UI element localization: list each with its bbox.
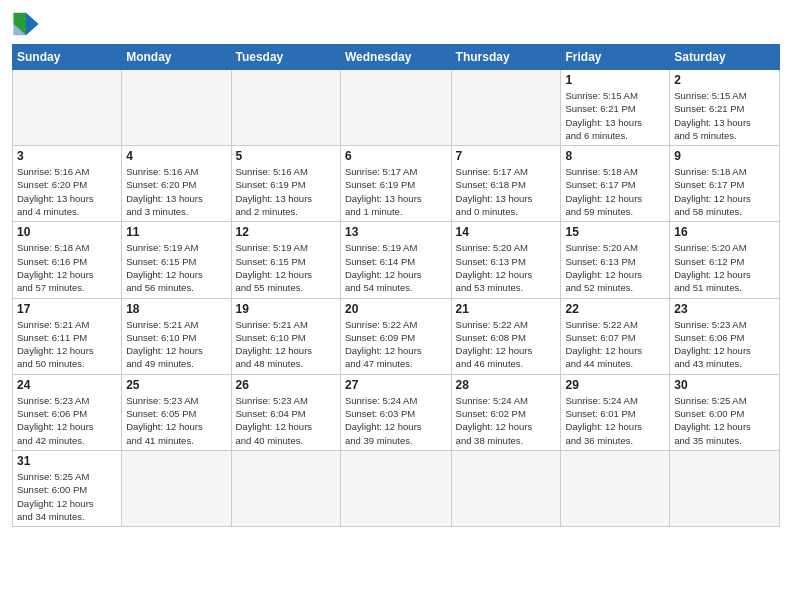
calendar-cell: 27Sunrise: 5:24 AM Sunset: 6:03 PM Dayli… [340,374,451,450]
calendar-cell: 1Sunrise: 5:15 AM Sunset: 6:21 PM Daylig… [561,70,670,146]
weekday-header-friday: Friday [561,45,670,70]
calendar-cell: 5Sunrise: 5:16 AM Sunset: 6:19 PM Daylig… [231,146,340,222]
calendar-cell: 14Sunrise: 5:20 AM Sunset: 6:13 PM Dayli… [451,222,561,298]
day-number: 5 [236,149,336,163]
day-number: 25 [126,378,226,392]
calendar-cell [340,70,451,146]
day-info: Sunrise: 5:24 AM Sunset: 6:01 PM Dayligh… [565,394,665,447]
calendar-week-2: 3Sunrise: 5:16 AM Sunset: 6:20 PM Daylig… [13,146,780,222]
calendar-cell: 18Sunrise: 5:21 AM Sunset: 6:10 PM Dayli… [122,298,231,374]
day-info: Sunrise: 5:18 AM Sunset: 6:17 PM Dayligh… [674,165,775,218]
day-info: Sunrise: 5:23 AM Sunset: 6:06 PM Dayligh… [674,318,775,371]
weekday-header-wednesday: Wednesday [340,45,451,70]
day-number: 16 [674,225,775,239]
calendar-cell [122,450,231,526]
day-number: 9 [674,149,775,163]
calendar-cell [670,450,780,526]
day-number: 22 [565,302,665,316]
calendar-cell: 11Sunrise: 5:19 AM Sunset: 6:15 PM Dayli… [122,222,231,298]
day-info: Sunrise: 5:19 AM Sunset: 6:15 PM Dayligh… [126,241,226,294]
weekday-header-thursday: Thursday [451,45,561,70]
day-info: Sunrise: 5:23 AM Sunset: 6:05 PM Dayligh… [126,394,226,447]
day-number: 10 [17,225,117,239]
day-number: 13 [345,225,447,239]
day-number: 12 [236,225,336,239]
day-number: 7 [456,149,557,163]
day-number: 2 [674,73,775,87]
day-number: 11 [126,225,226,239]
day-number: 8 [565,149,665,163]
logo [12,10,44,38]
day-number: 19 [236,302,336,316]
calendar-cell: 28Sunrise: 5:24 AM Sunset: 6:02 PM Dayli… [451,374,561,450]
calendar-cell: 22Sunrise: 5:22 AM Sunset: 6:07 PM Dayli… [561,298,670,374]
day-info: Sunrise: 5:17 AM Sunset: 6:18 PM Dayligh… [456,165,557,218]
day-info: Sunrise: 5:24 AM Sunset: 6:02 PM Dayligh… [456,394,557,447]
day-info: Sunrise: 5:20 AM Sunset: 6:13 PM Dayligh… [456,241,557,294]
calendar-cell [231,70,340,146]
calendar-cell: 21Sunrise: 5:22 AM Sunset: 6:08 PM Dayli… [451,298,561,374]
day-number: 26 [236,378,336,392]
calendar-cell: 19Sunrise: 5:21 AM Sunset: 6:10 PM Dayli… [231,298,340,374]
calendar-cell: 29Sunrise: 5:24 AM Sunset: 6:01 PM Dayli… [561,374,670,450]
calendar-cell: 17Sunrise: 5:21 AM Sunset: 6:11 PM Dayli… [13,298,122,374]
day-number: 24 [17,378,117,392]
day-info: Sunrise: 5:25 AM Sunset: 6:00 PM Dayligh… [674,394,775,447]
calendar-cell: 26Sunrise: 5:23 AM Sunset: 6:04 PM Dayli… [231,374,340,450]
day-number: 6 [345,149,447,163]
day-info: Sunrise: 5:21 AM Sunset: 6:11 PM Dayligh… [17,318,117,371]
calendar-cell: 4Sunrise: 5:16 AM Sunset: 6:20 PM Daylig… [122,146,231,222]
calendar-week-6: 31Sunrise: 5:25 AM Sunset: 6:00 PM Dayli… [13,450,780,526]
calendar-cell [122,70,231,146]
day-number: 4 [126,149,226,163]
day-info: Sunrise: 5:15 AM Sunset: 6:21 PM Dayligh… [565,89,665,142]
weekday-header-monday: Monday [122,45,231,70]
day-number: 20 [345,302,447,316]
calendar-week-1: 1Sunrise: 5:15 AM Sunset: 6:21 PM Daylig… [13,70,780,146]
day-number: 14 [456,225,557,239]
day-info: Sunrise: 5:16 AM Sunset: 6:20 PM Dayligh… [17,165,117,218]
calendar-cell [340,450,451,526]
day-number: 27 [345,378,447,392]
calendar-cell: 3Sunrise: 5:16 AM Sunset: 6:20 PM Daylig… [13,146,122,222]
day-number: 3 [17,149,117,163]
day-info: Sunrise: 5:23 AM Sunset: 6:04 PM Dayligh… [236,394,336,447]
calendar-cell: 2Sunrise: 5:15 AM Sunset: 6:21 PM Daylig… [670,70,780,146]
calendar-cell: 7Sunrise: 5:17 AM Sunset: 6:18 PM Daylig… [451,146,561,222]
day-info: Sunrise: 5:20 AM Sunset: 6:13 PM Dayligh… [565,241,665,294]
calendar-cell [561,450,670,526]
day-info: Sunrise: 5:16 AM Sunset: 6:19 PM Dayligh… [236,165,336,218]
day-info: Sunrise: 5:16 AM Sunset: 6:20 PM Dayligh… [126,165,226,218]
page: SundayMondayTuesdayWednesdayThursdayFrid… [0,0,792,612]
calendar-week-5: 24Sunrise: 5:23 AM Sunset: 6:06 PM Dayli… [13,374,780,450]
logo-icon [12,10,40,38]
day-info: Sunrise: 5:15 AM Sunset: 6:21 PM Dayligh… [674,89,775,142]
day-number: 1 [565,73,665,87]
day-number: 30 [674,378,775,392]
header [12,10,780,38]
calendar-cell [231,450,340,526]
day-number: 31 [17,454,117,468]
day-info: Sunrise: 5:21 AM Sunset: 6:10 PM Dayligh… [126,318,226,371]
day-info: Sunrise: 5:21 AM Sunset: 6:10 PM Dayligh… [236,318,336,371]
calendar-cell: 10Sunrise: 5:18 AM Sunset: 6:16 PM Dayli… [13,222,122,298]
calendar-cell: 15Sunrise: 5:20 AM Sunset: 6:13 PM Dayli… [561,222,670,298]
day-info: Sunrise: 5:20 AM Sunset: 6:12 PM Dayligh… [674,241,775,294]
calendar-cell [13,70,122,146]
calendar-cell: 20Sunrise: 5:22 AM Sunset: 6:09 PM Dayli… [340,298,451,374]
day-info: Sunrise: 5:22 AM Sunset: 6:09 PM Dayligh… [345,318,447,371]
calendar-cell: 12Sunrise: 5:19 AM Sunset: 6:15 PM Dayli… [231,222,340,298]
calendar-cell: 25Sunrise: 5:23 AM Sunset: 6:05 PM Dayli… [122,374,231,450]
weekday-header-row: SundayMondayTuesdayWednesdayThursdayFrid… [13,45,780,70]
calendar-cell: 6Sunrise: 5:17 AM Sunset: 6:19 PM Daylig… [340,146,451,222]
day-info: Sunrise: 5:25 AM Sunset: 6:00 PM Dayligh… [17,470,117,523]
calendar-cell: 30Sunrise: 5:25 AM Sunset: 6:00 PM Dayli… [670,374,780,450]
day-info: Sunrise: 5:22 AM Sunset: 6:07 PM Dayligh… [565,318,665,371]
day-number: 23 [674,302,775,316]
calendar: SundayMondayTuesdayWednesdayThursdayFrid… [12,44,780,527]
day-number: 28 [456,378,557,392]
calendar-week-4: 17Sunrise: 5:21 AM Sunset: 6:11 PM Dayli… [13,298,780,374]
calendar-week-3: 10Sunrise: 5:18 AM Sunset: 6:16 PM Dayli… [13,222,780,298]
calendar-cell: 24Sunrise: 5:23 AM Sunset: 6:06 PM Dayli… [13,374,122,450]
calendar-cell: 31Sunrise: 5:25 AM Sunset: 6:00 PM Dayli… [13,450,122,526]
